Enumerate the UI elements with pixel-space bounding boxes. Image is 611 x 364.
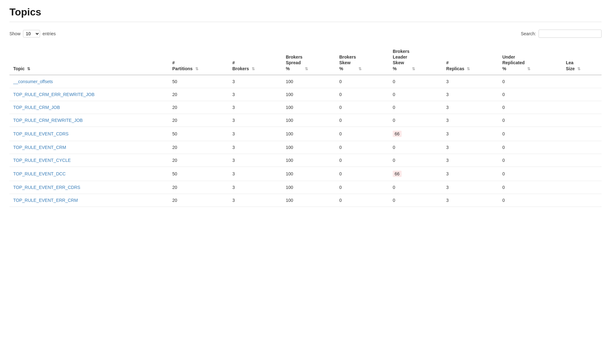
cell-partitions: 20 xyxy=(168,88,229,101)
table-header-row: Topic ⇅ # Partitions ⇅ # Brokers xyxy=(9,45,602,75)
cell-brokers: 3 xyxy=(229,88,282,101)
col-header-brokers-spread[interactable]: Brokers Spread % ⇅ xyxy=(282,45,335,75)
cell-under-replicated: 0 xyxy=(499,127,562,141)
cell-brokers-spread: 100 xyxy=(282,101,335,114)
cell-brokers: 3 xyxy=(229,167,282,181)
cell-brokers-skew: 0 xyxy=(335,88,389,101)
cell-partitions: 20 xyxy=(168,101,229,114)
cell-partitions: 20 xyxy=(168,141,229,154)
sort-icon-replicas: ⇅ xyxy=(467,67,470,71)
col-label-bspread3: % xyxy=(286,66,302,71)
cell-topic: TOP_RULE_CRM_ERR_REWRITE_JOB xyxy=(9,88,168,101)
col-label-ls2: Size xyxy=(566,66,575,71)
cell-brokers-spread: 100 xyxy=(282,114,335,127)
highlighted-value: 66 xyxy=(393,131,402,137)
cell-topic: TOP_RULE_EVENT_CRM xyxy=(9,141,168,154)
topic-link[interactable]: TOP_RULE_EVENT_ERR_CDRS xyxy=(13,185,80,190)
cell-partitions: 20 xyxy=(168,154,229,167)
col-label-ur1: Under xyxy=(502,54,525,60)
col-header-partitions[interactable]: # Partitions ⇅ xyxy=(168,45,229,75)
cell-brokers-leader-skew: 0 xyxy=(389,114,443,127)
cell-brokers-spread: 100 xyxy=(282,194,335,207)
cell-replicas: 3 xyxy=(443,127,499,141)
col-label-brokers2: Brokers xyxy=(232,66,249,71)
table-controls: Show 10 25 50 100 entries Search: xyxy=(9,27,602,40)
cell-topic: TOP_RULE_EVENT_ERR_CRM xyxy=(9,194,168,207)
topic-link[interactable]: TOP_RULE_CRM_ERR_REWRITE_JOB xyxy=(13,92,94,97)
cell-brokers: 3 xyxy=(229,127,282,141)
cell-brokers-spread: 100 xyxy=(282,127,335,141)
cell-brokers-leader-skew: 66 xyxy=(389,167,443,181)
show-label: Show xyxy=(9,31,20,36)
cell-leader-size xyxy=(562,88,602,101)
cell-brokers-leader-skew: 0 xyxy=(389,141,443,154)
cell-under-replicated: 0 xyxy=(499,101,562,114)
col-label-bskew1: Brokers xyxy=(339,54,356,60)
col-header-leader-size[interactable]: Lea Size ⇅ xyxy=(562,45,602,75)
cell-topic: __consumer_offsets xyxy=(9,75,168,88)
col-label-replicas: # xyxy=(446,60,465,65)
cell-leader-size xyxy=(562,194,602,207)
cell-under-replicated: 0 xyxy=(499,167,562,181)
cell-under-replicated: 0 xyxy=(499,114,562,127)
sort-icon-leader-size: ⇅ xyxy=(577,67,580,71)
cell-leader-size xyxy=(562,75,602,88)
cell-brokers: 3 xyxy=(229,101,282,114)
col-header-brokers-skew[interactable]: Brokers Skew % ⇅ xyxy=(335,45,389,75)
cell-replicas: 3 xyxy=(443,75,499,88)
topic-link[interactable]: TOP_RULE_EVENT_ERR_CRM xyxy=(13,198,78,203)
cell-brokers-skew: 0 xyxy=(335,114,389,127)
sort-icon-brokers-skew: ⇅ xyxy=(358,67,362,71)
cell-topic: TOP_RULE_EVENT_ERR_CDRS xyxy=(9,181,168,194)
cell-leader-size xyxy=(562,154,602,167)
cell-replicas: 3 xyxy=(443,141,499,154)
cell-brokers-spread: 100 xyxy=(282,167,335,181)
topic-link[interactable]: __consumer_offsets xyxy=(13,79,53,84)
topic-link[interactable]: TOP_RULE_CRM_REWRITE_JOB xyxy=(13,118,83,123)
col-label-bspread1: Brokers xyxy=(286,54,302,60)
col-label-topic: Topic xyxy=(13,66,25,71)
col-label-lskew2: Leader xyxy=(393,54,409,60)
cell-under-replicated: 0 xyxy=(499,141,562,154)
cell-brokers-leader-skew: 0 xyxy=(389,88,443,101)
col-header-leader-skew[interactable]: Brokers Leader Skew % ⇅ xyxy=(389,45,443,75)
cell-brokers-spread: 100 xyxy=(282,88,335,101)
cell-partitions: 20 xyxy=(168,194,229,207)
col-label-replicas2: Replicas xyxy=(446,66,465,71)
col-label-bspread2: Spread xyxy=(286,60,302,65)
topic-link[interactable]: TOP_RULE_EVENT_CYCLE xyxy=(13,158,71,163)
topic-link[interactable]: TOP_RULE_EVENT_CRM xyxy=(13,145,66,150)
col-header-brokers[interactable]: # Brokers ⇅ xyxy=(229,45,282,75)
cell-brokers-spread: 100 xyxy=(282,154,335,167)
table-row: TOP_RULE_EVENT_ERR_CDRS2031000030 xyxy=(9,181,602,194)
entries-select[interactable]: 10 25 50 100 xyxy=(23,30,40,37)
table-body: __consumer_offsets5031000030TOP_RULE_CRM… xyxy=(9,75,602,207)
table-row: __consumer_offsets5031000030 xyxy=(9,75,602,88)
cell-topic: TOP_RULE_EVENT_DCC xyxy=(9,167,168,181)
col-header-under-replicated[interactable]: Under Replicated % ⇅ xyxy=(499,45,562,75)
col-label-brokers: # xyxy=(232,60,249,65)
col-header-replicas[interactable]: # Replicas ⇅ xyxy=(443,45,499,75)
topics-table: Topic ⇅ # Partitions ⇅ # Brokers xyxy=(9,45,602,207)
topic-link[interactable]: TOP_RULE_EVENT_DCC xyxy=(13,171,66,176)
topic-link[interactable]: TOP_RULE_EVENT_CDRS xyxy=(13,131,69,136)
cell-leader-size xyxy=(562,127,602,141)
search-label: Search: xyxy=(521,31,536,36)
sort-icon-leader-skew: ⇅ xyxy=(412,67,415,71)
col-header-topic[interactable]: Topic ⇅ xyxy=(9,45,168,75)
show-entries-control: Show 10 25 50 100 entries xyxy=(9,30,56,37)
table-row: TOP_RULE_EVENT_CRM2031000030 xyxy=(9,141,602,154)
cell-brokers: 3 xyxy=(229,141,282,154)
cell-topic: TOP_RULE_EVENT_CYCLE xyxy=(9,154,168,167)
sort-icon-brokers: ⇅ xyxy=(252,67,255,71)
col-label-ls1: Lea xyxy=(566,60,575,65)
cell-leader-size xyxy=(562,114,602,127)
table-row: TOP_RULE_CRM_JOB2031000030 xyxy=(9,101,602,114)
search-container: Search: xyxy=(521,30,602,38)
topic-link[interactable]: TOP_RULE_CRM_JOB xyxy=(13,105,60,110)
cell-brokers-spread: 100 xyxy=(282,181,335,194)
cell-leader-size xyxy=(562,101,602,114)
cell-under-replicated: 0 xyxy=(499,154,562,167)
search-input[interactable] xyxy=(539,30,602,38)
cell-replicas: 3 xyxy=(443,101,499,114)
